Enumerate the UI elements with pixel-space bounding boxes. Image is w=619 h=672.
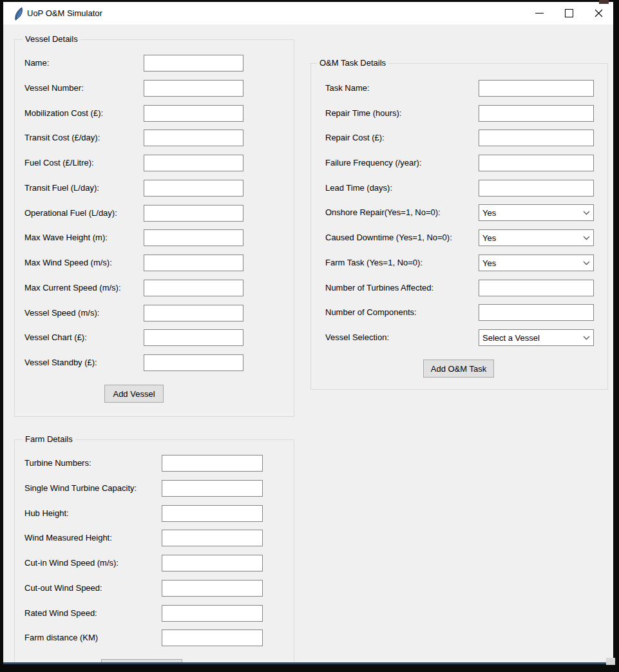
chevron-down-icon [579,336,593,340]
maximize-icon [565,9,573,17]
number-of-components-label: Number of Components: [325,307,417,318]
rated-wind-speed-label: Rated Wind Speed: [24,608,97,619]
turbine-numbers-input[interactable] [162,455,263,472]
frame-top [0,0,619,2]
vessel-standby-input[interactable] [144,354,243,371]
farm-task-yes-1-no-0-select[interactable]: Yes [479,254,594,271]
onshore-repair-yes-1-no-0-select[interactable]: Yes [479,204,594,221]
rated-wind-speed-input[interactable] [162,605,263,622]
add-o-m-task-button[interactable]: Add O&M Task [423,360,494,378]
vessel-chart-label: Vessel Chart (£): [24,332,87,343]
failure-frequency-year-label: Failure Frequency (/year): [325,158,422,168]
close-button[interactable] [584,2,613,24]
frame-left [0,0,3,672]
lead-time-days-label: Lead Time (days): [325,183,392,193]
mobilization-cost-label: Mobilization Cost (£): [24,108,103,119]
max-wave-height-m-label: Max Wave Height (m): [24,233,108,243]
caused-downtime-yes-1-no-0-select[interactable]: Yes [479,229,594,246]
task-name-label: Task Name: [325,83,370,93]
farm-details-group-title: Farm Details [23,434,75,445]
vessel-selection-select-value: Select a Vessel [479,333,579,343]
o-m-task-details-group-title: O&M Task Details [317,58,388,68]
vessel-number-input[interactable] [144,80,243,97]
number-of-turbines-affected-label: Number of Turbines Affected: [325,283,433,293]
minimize-icon [535,13,544,14]
onshore-repair-yes-1-no-0-label: Onshore Repair(Yes=1, No=0): [325,207,441,218]
wind-measured-height-input[interactable] [162,530,263,546]
number-of-turbines-affected-input[interactable] [479,280,594,296]
task-name-input[interactable] [479,80,594,97]
farm-distance-km-label: Farm distance (KM) [24,633,98,643]
titlebar: UoP O&M Simulator [3,2,613,24]
maximize-button[interactable] [554,2,584,24]
resize-grip[interactable] [606,658,615,665]
transit-cost-day-input[interactable] [144,130,243,146]
cut-out-wind-speed-input[interactable] [162,580,263,597]
hub-height-input[interactable] [162,505,263,522]
chevron-down-icon [579,261,593,265]
frame-right [613,0,619,672]
add-vessel-button[interactable]: Add Vessel [104,385,164,403]
single-wind-turbine-capacity-label: Single Wind Turbine Capacity: [24,483,137,494]
farm-task-yes-1-no-0-select-value: Yes [479,258,579,268]
caused-downtime-yes-1-no-0-label: Caused Downtime (Yes=1, No=0): [325,233,452,243]
cut-in-wind-speed-m-s-label: Cut-in Wind Speed (m/s): [24,558,119,568]
repair-time-hours-label: Repair Time (hours): [325,108,401,119]
chevron-down-icon [579,211,593,215]
repair-cost-input[interactable] [479,130,594,146]
caused-downtime-yes-1-no-0-select-value: Yes [479,233,579,243]
name-label: Name: [24,58,49,68]
failure-frequency-year-input[interactable] [479,155,594,171]
single-wind-turbine-capacity-input[interactable] [162,480,263,497]
max-current-speed-m-s-input[interactable] [144,280,243,296]
turbine-numbers-label: Turbine Numbers: [24,458,91,468]
mobilization-cost-input[interactable] [144,105,243,122]
chevron-down-icon [579,236,593,240]
vessel-speed-m-s-input[interactable] [144,305,243,322]
close-icon [595,9,603,17]
cut-in-wind-speed-m-s-input[interactable] [162,555,263,571]
window-title: UoP O&M Simulator [27,2,102,24]
max-wave-height-m-input[interactable] [144,229,243,246]
app-window: UoP O&M Simulator Vessel DetailsName:Ves… [0,0,619,672]
onshore-repair-yes-1-no-0-select-value: Yes [479,208,579,218]
operational-fuel-l-day-input[interactable] [144,205,243,222]
operational-fuel-l-day-label: Operational Fuel (L/day): [24,208,117,218]
number-of-components-input[interactable] [479,304,594,321]
transit-cost-day-label: Transit Cost (£/day): [24,133,100,143]
hub-height-label: Hub Height: [24,508,69,519]
background-artifact [599,0,609,4]
farm-distance-km-input[interactable] [162,629,263,646]
vessel-details-group-title: Vessel Details [23,34,81,44]
cut-out-wind-speed-label: Cut-out Wind Speed: [24,583,102,593]
vessel-standby-label: Vessel Standby (£): [24,358,97,368]
lead-time-days-input[interactable] [479,180,594,197]
vessel-speed-m-s-label: Vessel Speed (m/s): [24,308,99,318]
feather-icon [14,7,24,21]
repair-cost-label: Repair Cost (£): [325,133,385,143]
farm-task-yes-1-no-0-label: Farm Task (Yes=1, No=0): [325,258,423,268]
transit-fuel-l-day-input[interactable] [144,180,243,197]
transit-fuel-l-day-label: Transit Fuel (L/day): [24,183,99,193]
max-current-speed-m-s-label: Max Current Speed (m/s): [24,283,121,293]
fuel-cost-litre-input[interactable] [144,155,243,171]
max-wind-speed-m-s-label: Max Wind Speed (m/s): [24,258,112,268]
vessel-number-label: Vessel Number: [24,83,84,93]
repair-time-hours-input[interactable] [479,105,594,122]
minimize-button[interactable] [524,2,554,24]
name-input[interactable] [144,55,243,72]
vessel-selection-select[interactable]: Select a Vessel [479,329,594,346]
vessel-selection-label: Vessel Selection: [325,332,389,343]
fuel-cost-litre-label: Fuel Cost (£/Litre): [24,158,94,168]
max-wind-speed-m-s-input[interactable] [144,254,243,271]
frame-bottom [0,664,619,672]
vessel-chart-input[interactable] [144,329,243,346]
wind-measured-height-label: Wind Measured Height: [24,533,112,543]
window-controls [524,2,613,24]
